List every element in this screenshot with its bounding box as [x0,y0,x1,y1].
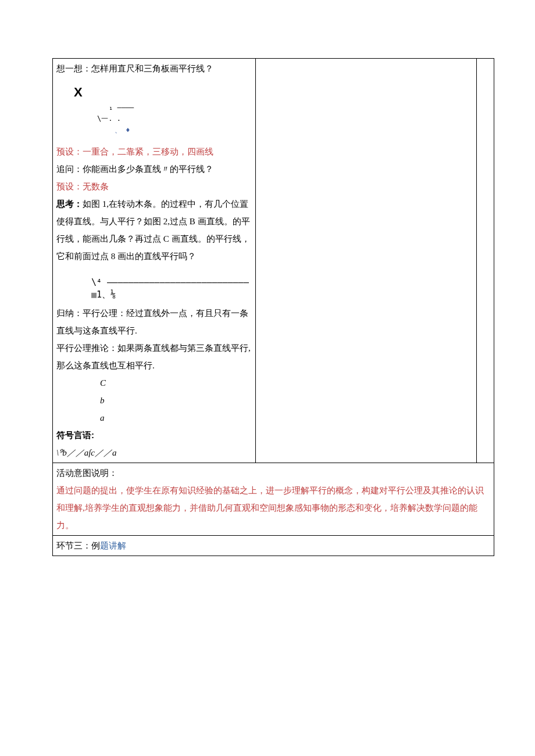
figure-1-x: X [74,82,252,102]
intent-label: 活动意图说明： [56,464,490,482]
think-prompt: 想一想：怎样用直尺和三角板画平行线？ [56,60,252,77]
main-right-cell-1 [256,59,477,463]
preset-2: 预设：无数条 [56,178,252,195]
intent-body: 通过问题的提出，使学生在原有知识经验的基础之上，进一步理解平行的概念，构建对平行… [56,482,490,534]
intent-row: 活动意图说明： 通过问题的提出，使学生在原有知识经验的基础之上，进一步理解平行的… [53,463,494,535]
main-content-cell: 想一想：怎样用直尺和三角板画平行线？ X ₁ –––– \一. . 、 ♦ 预设… [53,59,256,463]
section3-prefix: 环节三：例 [56,541,100,550]
figure-2-top: \⁴ ––––––––––––––––––––––––––– [91,277,252,289]
symbol-language-label: 符号言语: [56,427,252,444]
lesson-table: 想一想：怎样用直尺和三角板画平行线？ X ₁ –––– \一. . 、 ♦ 预设… [52,58,494,556]
figure-1-low: \一. . [74,113,252,124]
followup-text: 你能画出多少条直线〃的平行线？ [83,164,213,174]
main-right-cell-2 [476,59,494,463]
induction: 归纳：平行公理：经过直线外一点，有且只有一条直线与这条直线平行. [56,304,252,339]
think-2: 思考：如图 1,在转动木条。的过程中，有几个位置使得直线。与人平行？如图 2,过… [56,195,252,265]
think-2-text: 如图 1,在转动木条。的过程中，有几个位置使得直线。与人平行？如图 2,过点 B… [56,199,250,261]
intent-cell: 活动意图说明： 通过问题的提出，使学生在原有知识经验的基础之上，进一步理解平行的… [53,463,494,535]
think-2-label: 思考： [56,199,83,209]
induction-label: 归纳： [56,309,83,318]
symbol-language-expr: \⁹b／／aſc／／a [56,444,252,461]
letter-c: C [56,374,252,392]
main-row: 想一想：怎样用直尺和三角板画平行线？ X ₁ –––– \一. . 、 ♦ 预设… [53,59,494,463]
followup-label: 追问： [56,164,83,174]
letter-b: b [56,392,252,409]
figure-2-bottom: ■■1、⅛1、⅛ [91,289,252,301]
followup: 追问：你能画出多少条直线〃的平行线？ [56,160,252,178]
section3-row: 环节三：例题讲解 [53,535,494,556]
preset-1: 预设：一重合，二靠紧，三移动，四画线 [56,143,252,160]
section3-link: 题讲解 [100,541,126,550]
section3-cell: 环节三：例题讲解 [53,535,494,556]
figure-1-mid: ₁ –––– [74,102,252,113]
letter-a: a [56,409,252,427]
figure-1: X ₁ –––– \一. . 、 ♦ [74,82,252,136]
induction-text: 平行公理：经过直线外一点，有且只有一条直线与这条直线平行. [56,309,248,335]
figure-1-last: 、 ♦ [74,125,252,136]
corollary: 平行公理推论：如果两条直线都与第三条直线平行,那么这条直线也互相平行. [56,339,252,374]
figure-2: \⁴ ––––––––––––––––––––––––––– ■■1、⅛1、⅛ [91,277,252,301]
